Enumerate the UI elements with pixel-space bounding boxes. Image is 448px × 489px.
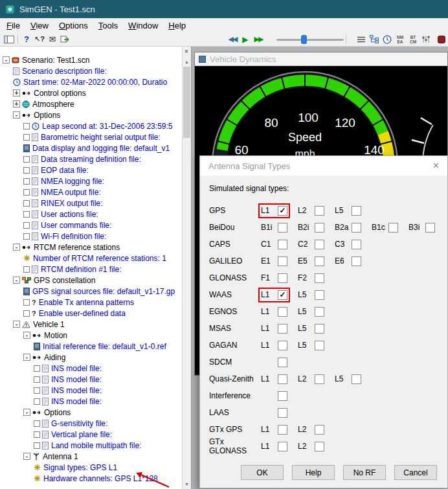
signal-checkbox[interactable]: [315, 290, 324, 300]
tree-item[interactable]: -Motion: [0, 330, 182, 341]
tree-item[interactable]: INS model file:: [0, 385, 182, 396]
tree-checkbox[interactable]: [23, 266, 30, 273]
signal-checkbox[interactable]: [388, 223, 398, 233]
tree-item[interactable]: Leap second at: 31-Dec-2006 23:59:5: [0, 120, 182, 131]
tree-checkbox[interactable]: [23, 222, 30, 229]
panel-toggle-icon[interactable]: [3, 34, 16, 45]
signal-checkbox[interactable]: [315, 341, 324, 350]
fast-forward-icon[interactable]: ▶▶: [252, 34, 265, 45]
tree-item[interactable]: Barometric height serial output file:: [0, 131, 182, 142]
menu-help[interactable]: Help: [163, 19, 191, 32]
context-help-icon[interactable]: ↖?: [33, 34, 46, 45]
tree-item[interactable]: Land mobile multipath file:: [0, 440, 182, 451]
signal-checkbox[interactable]: [315, 442, 324, 451]
ok-button[interactable]: OK: [241, 465, 284, 480]
signal-checkbox[interactable]: [425, 223, 435, 233]
signal-checkbox[interactable]: [315, 307, 324, 317]
tree-item[interactable]: Wi-Fi definition file:: [0, 231, 182, 242]
signal-checkbox[interactable]: [315, 324, 324, 334]
signal-checkbox[interactable]: [278, 341, 287, 350]
tree-item[interactable]: ?Enable user-defined data: [0, 308, 182, 319]
signal-checkbox[interactable]: [278, 256, 287, 266]
tree-item[interactable]: -Options: [0, 109, 182, 120]
help-button[interactable]: Help: [292, 465, 335, 480]
cancel-button[interactable]: Cancel: [394, 465, 437, 480]
expand-toggle-icon[interactable]: -: [23, 354, 30, 361]
tree-checkbox[interactable]: [34, 387, 40, 394]
tree-item[interactable]: Initial reference file: default_v1-0.ref: [0, 341, 182, 352]
tree-checkbox[interactable]: [23, 233, 30, 240]
clock-icon[interactable]: [381, 34, 394, 45]
expand-toggle-icon[interactable]: -: [23, 332, 30, 339]
tree-checkbox[interactable]: [23, 211, 30, 218]
signal-checkbox[interactable]: [352, 206, 361, 216]
record-icon[interactable]: [435, 34, 448, 45]
tree-item[interactable]: NMEA logging file:: [0, 176, 182, 187]
scroll-down-icon[interactable]: ▼: [183, 479, 191, 488]
tree-item[interactable]: +Atmosphere: [0, 98, 182, 109]
help-icon[interactable]: ?: [20, 34, 33, 45]
mail-icon[interactable]: ✉: [46, 34, 59, 45]
tree-item[interactable]: GPS signal sources file: default_v1-17.g…: [0, 286, 182, 297]
expand-toggle-icon[interactable]: +: [13, 100, 20, 108]
tree-checkbox[interactable]: [23, 178, 30, 185]
vehicle-dynamics-titlebar[interactable]: Vehicle Dynamics: [195, 52, 447, 66]
signal-checkbox[interactable]: [315, 206, 324, 216]
tree-item[interactable]: Number of RTCM reference stations: 1: [0, 253, 182, 264]
levels-icon[interactable]: [420, 34, 432, 45]
tree-item[interactable]: G-sensitivity file:: [0, 418, 182, 429]
tree-checkbox[interactable]: [23, 200, 30, 207]
signal-checkbox[interactable]: [278, 324, 287, 334]
menu-file[interactable]: File: [1, 19, 25, 32]
menu-options[interactable]: Options: [54, 19, 93, 32]
tree-item[interactable]: INS model file:: [0, 374, 182, 385]
signal-checkbox[interactable]: [352, 256, 361, 266]
tree-item[interactable]: RTCM definition #1 file:: [0, 264, 182, 275]
signal-checkbox[interactable]: [278, 391, 287, 401]
signal-checkbox[interactable]: [278, 240, 287, 249]
expand-toggle-icon[interactable]: -: [23, 453, 30, 460]
tree-checkbox[interactable]: [34, 442, 40, 449]
export-icon[interactable]: [59, 34, 72, 45]
tree-item[interactable]: ?Enable Tx antenna patterns: [0, 297, 182, 308]
tree-item[interactable]: Scenario description file:: [0, 65, 182, 76]
expand-toggle-icon[interactable]: -: [3, 56, 10, 63]
tree-item[interactable]: Data display and logging file: default_v…: [0, 142, 182, 154]
tree-checkbox[interactable]: [34, 376, 40, 383]
tree-item[interactable]: INS model file:: [0, 396, 182, 407]
tree-item[interactable]: Data streaming definition file:: [0, 154, 182, 165]
signal-checkbox[interactable]: [278, 358, 287, 367]
scroll-up-icon[interactable]: ▲: [183, 57, 191, 66]
signal-checkbox[interactable]: [315, 223, 324, 233]
btcm-icon[interactable]: BT CM: [407, 34, 420, 45]
tree-item[interactable]: EOP data file:: [0, 165, 182, 176]
expand-toggle-icon[interactable]: +: [13, 89, 20, 97]
tree-item[interactable]: RINEX output file:: [0, 198, 182, 209]
tree-item[interactable]: +Control options: [0, 87, 182, 98]
expand-toggle-icon[interactable]: -: [13, 244, 20, 251]
signal-checkbox[interactable]: [278, 223, 287, 233]
menu-tools[interactable]: Tools: [93, 19, 123, 32]
tree-checkbox[interactable]: [23, 189, 30, 196]
signal-checkbox[interactable]: [278, 273, 287, 283]
rewind-icon[interactable]: ◀◀: [226, 34, 239, 45]
title-bar[interactable]: SimGEN - Test1.scn: [0, 0, 448, 18]
no-rf-button[interactable]: No RF: [343, 465, 386, 480]
tree-checkbox[interactable]: [23, 123, 30, 130]
tree-checkbox[interactable]: [23, 310, 30, 317]
tree-item[interactable]: User commands file:: [0, 220, 182, 231]
signal-checkbox[interactable]: [278, 442, 287, 451]
signal-checkbox[interactable]: [352, 240, 361, 249]
signal-checkbox[interactable]: [315, 256, 324, 266]
signal-checkbox[interactable]: [278, 307, 287, 317]
tree-checkbox[interactable]: [34, 365, 40, 372]
tree-checkbox[interactable]: [23, 134, 30, 141]
signal-checkbox[interactable]: [315, 374, 324, 384]
tree-item[interactable]: -RTCM reference stations: [0, 242, 182, 253]
menu-window[interactable]: Window: [123, 19, 163, 32]
expand-toggle-icon[interactable]: -: [13, 277, 20, 284]
signal-checkbox[interactable]: [352, 374, 361, 384]
signal-checkbox[interactable]: [315, 240, 324, 249]
tree-view-icon[interactable]: [368, 34, 381, 45]
signal-checkbox[interactable]: ✓: [278, 290, 287, 300]
